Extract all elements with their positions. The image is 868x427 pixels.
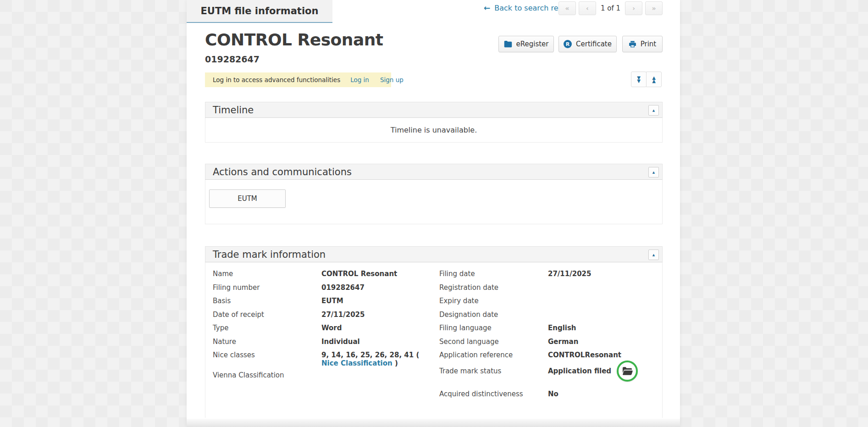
info-value: English bbox=[548, 324, 576, 332]
pagination-label: 1 of 1 bbox=[601, 4, 620, 12]
info-label: Second language bbox=[439, 338, 548, 346]
print-label: Print bbox=[641, 40, 657, 48]
info-label: Date of receipt bbox=[213, 311, 321, 319]
sign-up-link[interactable]: Sign up bbox=[380, 76, 404, 83]
application-filed-status-icon bbox=[617, 360, 638, 382]
info-label: Vienna Classification bbox=[213, 371, 321, 379]
actions-collapse-button[interactable]: ▲ bbox=[648, 167, 659, 177]
timeline-section: Timeline ▲ Timeline is unavailable. bbox=[205, 102, 663, 143]
info-row: NatureIndividual bbox=[213, 338, 434, 351]
eutm-file-page: EUTM file information ← Back to search r… bbox=[187, 0, 680, 427]
actions-section-header: Actions and communications ▲ bbox=[205, 164, 663, 180]
info-row: Filing date27/11/2025 bbox=[439, 270, 655, 283]
info-row: Filing number019282647 bbox=[213, 283, 434, 297]
info-value: No bbox=[548, 390, 558, 398]
info-value: 27/11/2025 bbox=[548, 270, 591, 278]
info-label: Filing number bbox=[213, 283, 321, 292]
info-value: CONTROLResonant bbox=[548, 351, 621, 359]
timeline-section-header: Timeline ▲ bbox=[205, 102, 663, 118]
info-row: Acquired distinctivenessNo bbox=[439, 390, 655, 404]
eregister-label: eRegister bbox=[516, 40, 549, 48]
tab-label: EUTM file information bbox=[201, 6, 319, 17]
info-row: BasisEUTM bbox=[213, 297, 434, 311]
eregister-button[interactable]: eRegister bbox=[498, 36, 554, 52]
info-value: 9, 14, 16, 25, 26, 28, 41 ( Nice Classif… bbox=[321, 351, 423, 367]
info-row: Designation date bbox=[439, 311, 655, 324]
tab-eutm-file-information[interactable]: EUTM file information bbox=[187, 0, 332, 23]
prev-page-icon: ‹ bbox=[586, 5, 589, 12]
trademark-info-right-column: Filing date27/11/2025Registration dateEx… bbox=[439, 270, 655, 404]
info-label: Trade mark status bbox=[439, 367, 548, 375]
eutm-tab-button[interactable]: EUTM bbox=[209, 189, 286, 208]
info-label: Filing date bbox=[439, 270, 548, 278]
info-label: Acquired distinctiveness bbox=[439, 390, 548, 398]
info-row: Expiry date bbox=[439, 297, 655, 311]
timeline-section-title: Timeline bbox=[213, 105, 254, 116]
info-value: EUTM bbox=[321, 297, 343, 305]
collapse-arrow-icon: ▲ bbox=[652, 253, 655, 257]
info-label: Designation date bbox=[439, 311, 548, 319]
info-value: Application filed bbox=[548, 367, 638, 375]
info-label: Registration date bbox=[439, 283, 548, 292]
expand-all-sections-button[interactable]: ▼ ▼ bbox=[631, 72, 647, 87]
info-label: Application reference bbox=[439, 351, 548, 359]
info-label: Type bbox=[213, 324, 321, 332]
info-row: TypeWord bbox=[213, 324, 434, 338]
back-arrow-icon: ← bbox=[484, 3, 490, 12]
info-label: Expiry date bbox=[439, 297, 548, 305]
info-value: Individual bbox=[321, 338, 360, 346]
trademark-section-title: Trade mark information bbox=[213, 249, 326, 260]
certificate-button[interactable]: R Certificate bbox=[558, 36, 617, 52]
filing-number-heading: 019282647 bbox=[205, 54, 260, 64]
pagination-last-button[interactable]: » bbox=[645, 1, 663, 15]
info-row: Nice classes9, 14, 16, 25, 26, 28, 41 ( … bbox=[213, 351, 434, 367]
trademark-info-left-column: NameCONTROL ResonantFiling number0192826… bbox=[213, 270, 434, 385]
eutm-tab-label: EUTM bbox=[238, 194, 257, 203]
collapse-arrow-icon: ▲ bbox=[652, 109, 655, 112]
certificate-label: Certificate bbox=[576, 40, 612, 48]
trademark-section-body: NameCONTROL ResonantFiling number0192826… bbox=[205, 262, 663, 418]
print-button[interactable]: Print bbox=[622, 36, 663, 52]
info-label: Filing language bbox=[439, 324, 548, 332]
timeline-collapse-button[interactable]: ▲ bbox=[648, 105, 659, 116]
timeline-unavailable-message: Timeline is unavailable. bbox=[391, 126, 477, 134]
info-label: Basis bbox=[213, 297, 321, 305]
login-banner: Log in to access advanced functionalitie… bbox=[205, 72, 391, 87]
actions-section-body: EUTM bbox=[205, 180, 663, 224]
info-value: 27/11/2025 bbox=[321, 311, 365, 319]
next-page-icon: › bbox=[632, 5, 635, 12]
actions-communications-section: Actions and communications ▲ EUTM bbox=[205, 164, 663, 224]
trademark-section-header: Trade mark information ▲ bbox=[205, 246, 663, 262]
info-value: German bbox=[548, 338, 578, 346]
info-label: Nice classes bbox=[213, 351, 321, 359]
pagination-next-button[interactable]: › bbox=[625, 1, 642, 15]
page-title: CONTROL Resonant bbox=[205, 30, 383, 49]
pagination-first-button[interactable]: « bbox=[558, 1, 576, 15]
next-section-edge bbox=[187, 419, 680, 427]
info-row: Registration date bbox=[439, 283, 655, 297]
info-value: 019282647 bbox=[321, 283, 365, 292]
collapse-arrow-icon: ▲ bbox=[652, 171, 655, 174]
trademark-collapse-button[interactable]: ▲ bbox=[648, 250, 659, 260]
info-row: NameCONTROL Resonant bbox=[213, 270, 434, 283]
info-label: Name bbox=[213, 270, 321, 278]
registered-mark-icon: R bbox=[564, 40, 572, 48]
info-row: Trade mark statusApplication filed bbox=[439, 365, 655, 378]
trade-mark-information-section: Trade mark information ▲ NameCONTROL Res… bbox=[205, 246, 663, 418]
collapse-all-sections-button[interactable]: ▲ ▲ bbox=[646, 72, 662, 87]
login-banner-message: Log in to access advanced functionalitie… bbox=[213, 76, 340, 83]
log-in-link[interactable]: Log in bbox=[350, 76, 369, 83]
nice-classification-link[interactable]: Nice Classification bbox=[321, 359, 393, 367]
info-row: Vienna Classification bbox=[213, 371, 434, 385]
actions-section-title: Actions and communications bbox=[213, 166, 352, 177]
results-pagination: « ‹ 1 of 1 › » bbox=[558, 1, 663, 15]
info-label: Nature bbox=[213, 338, 321, 346]
timeline-section-body: Timeline is unavailable. bbox=[205, 118, 663, 143]
info-row: Second languageGerman bbox=[439, 338, 655, 351]
info-value: CONTROL Resonant bbox=[321, 270, 397, 278]
info-value: Word bbox=[321, 324, 342, 332]
last-page-icon: » bbox=[652, 5, 656, 12]
pagination-prev-button[interactable]: ‹ bbox=[579, 1, 596, 15]
first-page-icon: « bbox=[565, 5, 569, 12]
info-row: Filing languageEnglish bbox=[439, 324, 655, 338]
